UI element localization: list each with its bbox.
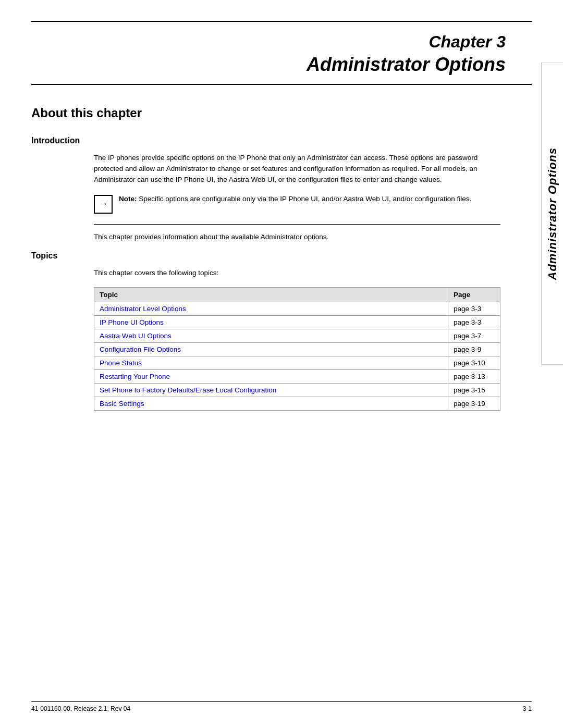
note-box: → Note: Specific options are configurabl… bbox=[94, 194, 500, 214]
introduction-paragraph1: The IP phones provide specific options o… bbox=[94, 153, 500, 186]
topic-cell[interactable]: Phone Status bbox=[94, 356, 448, 369]
topic-cell[interactable]: Configuration File Options bbox=[94, 342, 448, 356]
page-footer: 41-001160-00, Release 2.1, Rev 04 3-1 bbox=[31, 701, 532, 712]
topics-intro: This chapter covers the following topics… bbox=[94, 268, 500, 279]
topic-cell[interactable]: Set Phone to Factory Defaults/Erase Loca… bbox=[94, 383, 448, 397]
topic-cell[interactable]: Administrator Level Options bbox=[94, 302, 448, 315]
table-row: Set Phone to Factory Defaults/Erase Loca… bbox=[94, 383, 500, 397]
page-cell: page 3-7 bbox=[448, 329, 500, 342]
topics-heading: Topics bbox=[31, 251, 532, 261]
note-text-content: Note: Specific options are configurable … bbox=[119, 194, 471, 205]
page-container: Administrator Options Chapter 3 Administ… bbox=[0, 0, 563, 728]
top-rule bbox=[31, 21, 532, 22]
introduction-paragraph2: This chapter provides information about … bbox=[94, 232, 500, 243]
topic-cell[interactable]: Aastra Web UI Options bbox=[94, 329, 448, 342]
col-header-topic: Topic bbox=[94, 287, 448, 302]
sidebar-tab-text: Administrator Options bbox=[546, 147, 559, 280]
note-label: Note: bbox=[119, 195, 137, 203]
page-cell: page 3-3 bbox=[448, 315, 500, 329]
introduction-heading: Introduction bbox=[31, 136, 532, 145]
topics-table: Topic Page Administrator Level Optionspa… bbox=[94, 287, 500, 411]
page-cell: page 3-19 bbox=[448, 397, 500, 410]
section-rule bbox=[94, 224, 500, 225]
topic-cell[interactable]: Restarting Your Phone bbox=[94, 369, 448, 383]
table-row: Administrator Level Optionspage 3-3 bbox=[94, 302, 500, 315]
note-body: Specific options are configurable only v… bbox=[137, 195, 472, 203]
table-row: Restarting Your Phonepage 3-13 bbox=[94, 369, 500, 383]
table-header-row: Topic Page bbox=[94, 287, 500, 302]
table-row: Basic Settingspage 3-19 bbox=[94, 397, 500, 410]
footer-right: 3-1 bbox=[523, 705, 532, 712]
about-heading: About this chapter bbox=[31, 106, 532, 120]
page-cell: page 3-13 bbox=[448, 369, 500, 383]
footer-left: 41-001160-00, Release 2.1, Rev 04 bbox=[31, 705, 130, 712]
content-area: Chapter 3 Administrator Options About th… bbox=[31, 0, 532, 411]
table-row: Configuration File Optionspage 3-9 bbox=[94, 342, 500, 356]
page-cell: page 3-15 bbox=[448, 383, 500, 397]
page-cell: page 3-3 bbox=[448, 302, 500, 315]
table-row: IP Phone UI Optionspage 3-3 bbox=[94, 315, 500, 329]
chapter-header: Chapter 3 Administrator Options bbox=[31, 32, 506, 76]
note-arrow-icon: → bbox=[94, 195, 113, 214]
page-cell: page 3-9 bbox=[448, 342, 500, 356]
col-header-page: Page bbox=[448, 287, 500, 302]
sidebar-tab: Administrator Options bbox=[541, 63, 563, 365]
table-row: Phone Statuspage 3-10 bbox=[94, 356, 500, 369]
header-rule bbox=[31, 84, 532, 85]
topic-cell[interactable]: Basic Settings bbox=[94, 397, 448, 410]
arrow-symbol: → bbox=[99, 199, 108, 209]
table-row: Aastra Web UI Optionspage 3-7 bbox=[94, 329, 500, 342]
chapter-number: Chapter 3 bbox=[31, 32, 506, 52]
chapter-title: Administrator Options bbox=[31, 54, 506, 76]
topic-cell[interactable]: IP Phone UI Options bbox=[94, 315, 448, 329]
page-cell: page 3-10 bbox=[448, 356, 500, 369]
